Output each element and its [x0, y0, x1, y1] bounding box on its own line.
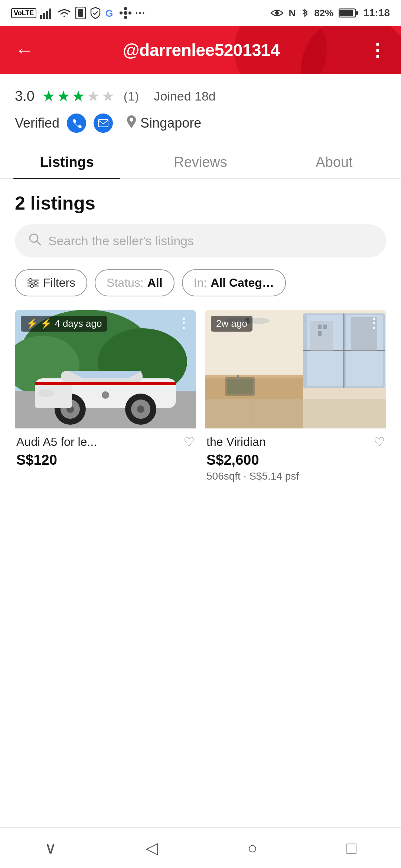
status-filter[interactable]: Status: All	[95, 269, 175, 296]
review-count: (1)	[124, 89, 139, 103]
svg-point-8	[124, 7, 127, 10]
rating-number: 3.0	[15, 88, 35, 104]
svg-rect-14	[339, 10, 353, 16]
star-5: ★	[101, 88, 115, 105]
app-header: ← @darrenlee5201314 ⋮	[0, 26, 401, 74]
listing-2-favorite-button[interactable]: ♡	[374, 434, 385, 449]
nav-recents-button[interactable]: □	[335, 835, 368, 861]
svg-point-40	[137, 405, 144, 413]
listing-1-favorite-button[interactable]: ♡	[183, 434, 195, 449]
listing-1-info: Audi A5 for le... ♡ S$120	[15, 428, 196, 475]
flower-icon	[120, 7, 131, 19]
svg-point-10	[120, 11, 123, 14]
svg-rect-64	[205, 399, 386, 428]
svg-rect-42	[35, 384, 72, 408]
g-icon: G	[105, 7, 116, 19]
header-title: @darrenlee5201314	[123, 40, 280, 60]
battery-icon	[339, 8, 358, 18]
listing-1-badge: ⚡ ⚡ 4 days ago	[21, 316, 107, 332]
svg-rect-3	[49, 9, 51, 19]
status-right: N 82% 11:18	[270, 7, 390, 19]
location-text: Singapore	[140, 115, 201, 131]
filters-label: Filters	[43, 276, 75, 290]
svg-point-12	[275, 11, 279, 15]
star-2: ★	[57, 88, 70, 105]
search-placeholder: Search the seller's listings	[48, 234, 194, 248]
svg-rect-53	[318, 325, 322, 329]
profile-tabs: Listings Reviews About	[0, 144, 401, 179]
status-bar: VoLTE G ···	[0, 0, 401, 26]
svg-point-41	[102, 391, 109, 399]
tab-listings[interactable]: Listings	[0, 144, 134, 178]
listing-1-more-button[interactable]: ⋮	[177, 316, 190, 331]
svg-rect-44	[35, 382, 176, 385]
listing-2-details: 506sqft · S$5.14 psf	[206, 470, 385, 482]
nav-down-button[interactable]: ∨	[33, 835, 68, 861]
listing-2-more-button[interactable]: ⋮	[367, 316, 380, 331]
bottom-navigation: ∨ ◁ ○ □	[0, 827, 401, 868]
listing-card-2[interactable]: 2w ago ⋮ the Viridian ♡ S$2,600 506sqft …	[205, 310, 386, 487]
eye-icon	[270, 8, 284, 18]
profile-section: 3.0 ★ ★ ★ ★ ★ (1) Joined 18d Verified	[0, 74, 401, 140]
svg-point-24	[34, 282, 37, 285]
listings-count: 2 listings	[15, 193, 386, 214]
svg-rect-0	[40, 15, 42, 19]
svg-rect-34	[85, 372, 126, 378]
more-dots: ···	[135, 7, 146, 19]
svg-rect-60	[227, 379, 253, 394]
back-button[interactable]: ←	[15, 39, 34, 61]
location-pin-icon	[126, 115, 137, 132]
listing-2-info: the Viridian ♡ S$2,600 506sqft · S$5.14 …	[205, 428, 386, 487]
svg-rect-1	[43, 13, 45, 19]
listing-card-1[interactable]: ⚡ ⚡ 4 days ago ⋮ Audi A5 for le... ♡ S$1…	[15, 310, 196, 487]
listing-1-image: ⚡ ⚡ 4 days ago ⋮	[15, 310, 196, 428]
wifi-icon	[57, 7, 71, 19]
listing-2-price: S$2,600	[206, 452, 385, 468]
svg-point-17	[130, 118, 133, 122]
status-label-bold: All	[147, 276, 163, 290]
nav-back-button[interactable]: ◁	[134, 835, 169, 861]
category-label-light: In:	[194, 276, 207, 290]
bluetooth-icon	[301, 7, 309, 19]
listing-2-title: the Viridian	[206, 435, 266, 449]
svg-point-11	[128, 11, 131, 14]
tab-reviews[interactable]: Reviews	[134, 144, 267, 178]
svg-point-7	[124, 11, 127, 15]
star-rating: ★ ★ ★ ★ ★	[42, 88, 115, 105]
verified-label: Verified	[15, 115, 59, 131]
svg-rect-55	[318, 331, 322, 336]
star-3: ★	[72, 88, 85, 105]
signal-icon	[40, 7, 53, 19]
svg-text:G: G	[105, 8, 113, 19]
svg-point-23	[29, 279, 32, 282]
listings-section: 2 listings Search the seller's listings …	[0, 179, 401, 487]
tab-about[interactable]: About	[267, 144, 401, 178]
status-label-light: Status:	[107, 276, 144, 290]
email-verified-icon	[94, 114, 113, 133]
listing-1-title: Audi A5 for le...	[16, 435, 97, 449]
filter-row: Filters Status: All In: All Categ…	[15, 269, 386, 296]
listing-2-title-row: the Viridian ♡	[206, 434, 385, 449]
boost-icon: ⚡	[26, 318, 38, 329]
more-options-button[interactable]: ⋮	[368, 40, 386, 60]
category-filter[interactable]: In: All Categ…	[182, 269, 286, 296]
svg-point-9	[124, 16, 127, 19]
listing-1-price: S$120	[16, 452, 195, 468]
profile-rating-row: 3.0 ★ ★ ★ ★ ★ (1) Joined 18d	[15, 88, 386, 105]
svg-rect-5	[78, 9, 83, 17]
svg-rect-54	[323, 325, 327, 329]
svg-rect-16	[98, 119, 108, 127]
search-bar[interactable]: Search the seller's listings	[15, 224, 386, 257]
time-display: 11:18	[363, 7, 390, 19]
n-icon: N	[289, 7, 296, 19]
listings-grid: ⚡ ⚡ 4 days ago ⋮ Audi A5 for le... ♡ S$1…	[15, 310, 386, 487]
listing-2-image: 2w ago ⋮	[205, 310, 386, 428]
nav-home-button[interactable]: ○	[237, 835, 269, 861]
filter-adjust-icon	[27, 278, 39, 288]
search-icon	[28, 233, 42, 249]
svg-rect-61	[237, 375, 239, 380]
svg-line-19	[37, 241, 40, 245]
category-label-bold: All Categ…	[211, 276, 274, 290]
filters-button[interactable]: Filters	[15, 269, 87, 296]
status-left: VoLTE G ···	[11, 7, 146, 19]
